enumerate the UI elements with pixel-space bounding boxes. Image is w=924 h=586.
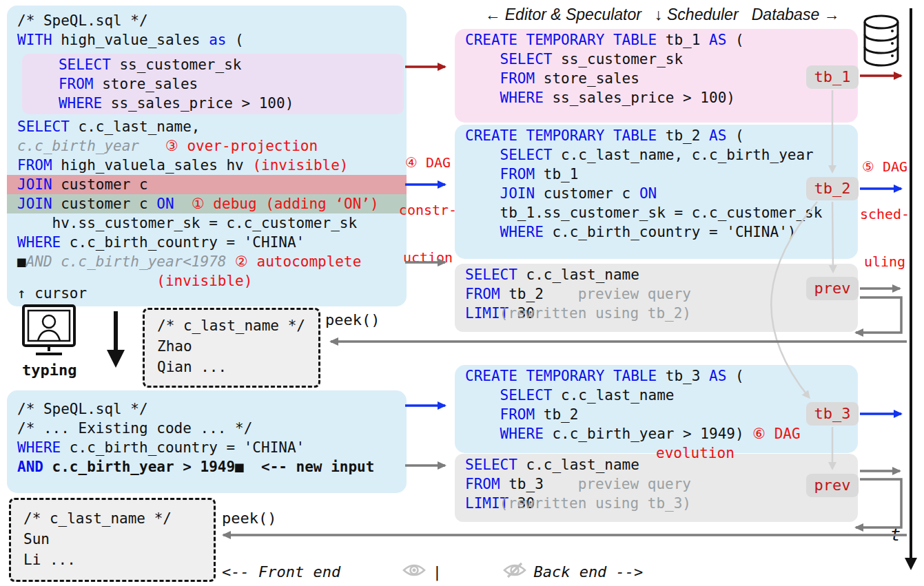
front-end-label: <-- Front end	[222, 563, 340, 580]
code-line: FROM store_sales	[455, 69, 858, 88]
code-token: AS	[709, 32, 726, 48]
code-token: c.c_birth_year	[17, 138, 139, 154]
code-line: /* ... Existing code ... */	[7, 419, 407, 438]
code-token: customer c	[52, 176, 148, 193]
create-table-tb2-block: CREATE TEMPORARY TABLE tb_2 AS ( SELECT …	[455, 125, 858, 259]
eye-off-icon	[448, 545, 527, 586]
code-token: /* c_last_name */	[23, 510, 172, 527]
typing-user-monitor-icon	[19, 304, 81, 366]
code-line: WITH high_value_sales as (	[7, 30, 407, 50]
preview-query-note: preview query	[578, 474, 691, 494]
code-line: SELECT ss_customer_sk	[455, 50, 858, 69]
front-back-end-caption: <-- Front end | Back end -->	[222, 545, 643, 586]
code-token: AND	[17, 459, 43, 475]
code-token: c.c_last_name, c.c_birth_year	[552, 147, 813, 163]
code-token	[174, 196, 192, 212]
code-token	[32, 56, 59, 73]
cte-subquery-highlight: SELECT ss_customer_sk FROM store_sales W…	[22, 54, 404, 114]
code-token: ③ over-projection	[165, 138, 318, 154]
code-token: tb_3	[657, 368, 709, 384]
code-token: SELECT	[500, 147, 553, 163]
code-line: Zhao	[145, 336, 318, 357]
create-table-tb1-block: CREATE TEMPORARY TABLE tb_1 AS ( SELECT …	[455, 29, 858, 123]
dag-node-tb1: tb_1	[806, 65, 859, 89]
code-line: /* SpeQL.sql */	[7, 11, 407, 30]
code-token	[465, 426, 500, 442]
arrow-prev2-return	[856, 479, 901, 527]
code-token: WITH	[17, 32, 52, 48]
peek-result-box-bottom: /* c_last_name */SunLi ...	[9, 498, 216, 582]
eye-icon	[347, 545, 426, 586]
code-token: JOIN	[17, 176, 52, 193]
code-token: FROM	[465, 286, 500, 302]
code-token: (	[726, 127, 743, 144]
code-token: /* SpeQL.sql */	[17, 401, 148, 417]
code-lines: /* SpeQL.sql */WITH high_value_sales as …	[7, 11, 407, 50]
preview-query-block-1: SELECT c.c_last_nameFROM tb_2LIMIT 30 pr…	[455, 264, 858, 332]
code-line: FROM tb_2	[455, 405, 858, 424]
speql-architecture-figure: ← Editor & Speculator ↓ Scheduler Databa…	[0, 0, 924, 586]
code-line: ■AND c.c_birth_year<1978 ② autocomplete	[7, 252, 407, 271]
annotation-line: sched-	[856, 207, 913, 222]
code-line: JOIN customer c	[7, 175, 407, 194]
code-token	[226, 253, 235, 270]
annotation-line: ④ DAG	[398, 155, 458, 171]
code-token: AND c.c_birth_year<1978	[26, 253, 227, 270]
code-line: SELECT c.c_last_name	[455, 386, 858, 405]
code-token: tb_3	[500, 476, 544, 492]
code-token	[465, 147, 500, 163]
code-token: as	[209, 32, 226, 48]
code-token: SELECT	[500, 387, 553, 404]
code-token: c.c_birth_country = 'CHINA'	[61, 234, 305, 251]
code-token	[139, 138, 165, 154]
peek-result-box-top: /* c_last_name */ZhaoQian ...	[143, 308, 320, 388]
code-token: Li ...	[23, 552, 76, 568]
code-token: (invisible)	[252, 157, 348, 174]
code-token: Sun	[23, 531, 50, 547]
code-token: FROM	[500, 406, 535, 423]
code-token: WHERE	[500, 90, 544, 106]
code-token: (	[726, 32, 743, 48]
dag-node-tb2: tb_2	[806, 177, 859, 200]
code-line: WHERE c.c_birth_country = 'CHINA')	[455, 222, 858, 242]
code-line: Qian ...	[145, 357, 318, 377]
annotation-line: uling	[856, 254, 913, 270]
code-token: /* c_last_name */	[157, 317, 305, 334]
code-token: WHERE	[17, 439, 61, 456]
code-token: /* ... Existing code ... */	[17, 420, 252, 437]
code-lines: SELECT c.c_last_name,c.c_birth_year ③ ov…	[7, 117, 407, 291]
dag-node-tb3: tb_3	[806, 402, 859, 426]
flow-direction-header: ← Editor & Speculator ↓ Scheduler Databa…	[451, 6, 873, 24]
code-line: WHERE ss_sales_price > 100)	[22, 94, 404, 113]
code-token: c.c_birth_country = 'CHINA')	[544, 224, 797, 240]
code-line: FROM store_sales	[22, 74, 404, 94]
code-line: Li ...	[11, 550, 214, 570]
code-token: high_value_sales	[52, 32, 209, 48]
code-token: AS	[709, 127, 726, 144]
code-token: ON	[156, 196, 174, 212]
code-token: c.c_birth_country = 'CHINA'	[61, 439, 305, 456]
code-token: tb_2	[657, 127, 709, 144]
annotation-line: ⑤ DAG	[856, 159, 913, 175]
code-token: SELECT	[465, 457, 517, 473]
code-token	[465, 387, 500, 404]
code-token: FROM	[17, 157, 52, 174]
code-line: tb_1.ss_customer_sk = c.c_customer_sk	[455, 203, 858, 222]
code-token	[465, 166, 500, 182]
create-table-tb3-block: CREATE TEMPORARY TABLE tb_3 AS ( SELECT …	[455, 365, 858, 453]
code-line: /* c_last_name */	[11, 508, 214, 529]
code-line: JOIN customer c ON	[455, 184, 858, 203]
back-end-label: Back end -->	[533, 563, 643, 580]
code-line: SELECT c.c_last_name	[455, 265, 858, 284]
code-line: AND c.c_birth_year > 1949■ <-- new input	[7, 457, 407, 477]
code-token: CREATE TEMPORARY TABLE	[465, 368, 657, 384]
code-token: c.c_last_name	[517, 457, 639, 473]
rewritten-note: (rewritten using tb_2)	[500, 304, 691, 323]
code-line: CREATE TEMPORARY TABLE tb_3 AS (	[455, 366, 858, 386]
code-token	[32, 76, 59, 92]
code-token: c.c_last_name,	[70, 118, 201, 135]
code-token	[465, 70, 500, 87]
code-token: Zhao	[157, 338, 192, 355]
code-line: hv.ss_customer_sk = c.c_customer_sk	[7, 213, 407, 233]
code-line: JOIN customer c ON ① debug (adding ‘ON’)	[7, 194, 407, 213]
